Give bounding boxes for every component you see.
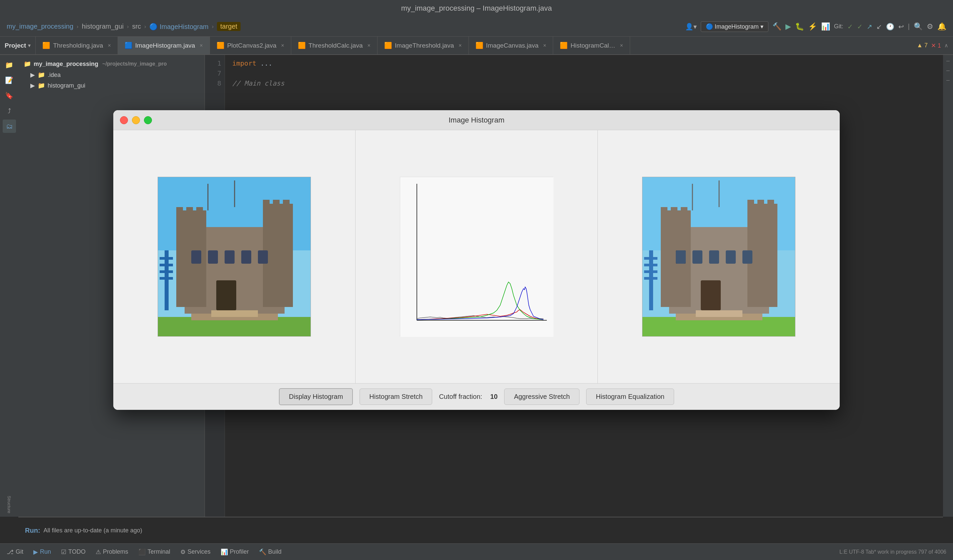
tabs-bar: Project ▾ 🟧 Thresholding.java × 🟦 ImageH…	[0, 37, 953, 55]
title-bar: my_image_processing – ImageHistogram.jav…	[0, 0, 953, 17]
svg-rect-36	[661, 207, 667, 214]
svg-rect-11	[273, 200, 279, 206]
modal-content	[113, 130, 840, 383]
tab-histogramcal[interactable]: 🟧 HistogramCal… ×	[553, 37, 630, 54]
castle-image-svg	[158, 177, 311, 337]
build-btn[interactable]: 🔨	[772, 22, 781, 31]
tab-imagethreshold[interactable]: 🟧 ImageThreshold.java ×	[377, 37, 469, 54]
histogram-stretch-button[interactable]: Histogram Stretch	[360, 388, 432, 405]
svg-rect-41	[767, 200, 774, 206]
cutoff-label: Cutoff fraction:	[439, 393, 482, 401]
run-btn[interactable]: ▶	[785, 22, 791, 31]
terminal-icon: ⬛	[138, 548, 146, 556]
aggressive-stretch-button[interactable]: Aggressive Stretch	[504, 388, 579, 405]
nav-bar: my_image_processing › histogram_gui › sr…	[0, 17, 953, 37]
svg-rect-16	[241, 251, 251, 264]
svg-rect-45	[709, 251, 719, 264]
status-build[interactable]: 🔨 Build	[259, 548, 282, 556]
left-sidebar: 📁 📝 🔖 ⤴ 🗂 Structure	[0, 55, 18, 517]
svg-rect-23	[160, 264, 173, 266]
debug-btn[interactable]: 🐛	[795, 22, 804, 31]
modal-window: Image Histogram	[113, 110, 840, 410]
svg-rect-24	[160, 270, 173, 273]
nav-project[interactable]: my_image_processing	[7, 23, 73, 30]
sidebar-icon-pullrequest[interactable]: ⤴	[3, 104, 16, 118]
svg-rect-10	[263, 200, 270, 206]
status-services[interactable]: ⚙ Services	[180, 548, 211, 556]
svg-rect-37	[671, 207, 677, 214]
sidebar-icon-structure[interactable]: 🗂	[3, 119, 16, 133]
maximize-button[interactable]	[144, 116, 152, 124]
svg-rect-15	[225, 251, 234, 264]
svg-rect-56	[696, 310, 742, 317]
svg-rect-44	[692, 251, 702, 264]
sidebar-icon-project[interactable]: 📁	[3, 58, 16, 71]
original-image	[158, 177, 311, 337]
status-right-info: L:E UTF-8 Tab* work in progress 797 of 4…	[840, 549, 946, 555]
svg-rect-52	[644, 257, 657, 260]
scroll-up-btn[interactable]: ∧	[944, 42, 948, 49]
status-problems[interactable]: ⚠ Problems	[96, 548, 128, 556]
svg-rect-25	[160, 277, 173, 280]
svg-rect-40	[757, 200, 764, 206]
svg-rect-48	[701, 280, 721, 310]
undo-btn[interactable]: ↩	[898, 23, 904, 31]
status-terminal[interactable]: ⬛ Terminal	[138, 548, 170, 556]
tab-imagehistogram[interactable]: 🟦 ImageHistogram.java ×	[118, 37, 210, 54]
error-count: ✕ 1	[931, 42, 941, 49]
rp-icon-3: ─	[944, 76, 952, 85]
display-histogram-button[interactable]: Display Histogram	[279, 388, 353, 405]
histogram-equalization-button[interactable]: Histogram Equalization	[586, 388, 674, 405]
svg-rect-38	[681, 207, 688, 214]
project-panel-header[interactable]: Project ▾	[0, 37, 36, 54]
status-git[interactable]: ⎇ Git	[7, 548, 23, 556]
tab-plotcanvas2[interactable]: 🟧 PlotCanvas2.java ×	[210, 37, 291, 54]
run-icon: ▶	[33, 548, 38, 556]
notification-icon[interactable]: 🔔	[937, 22, 946, 31]
processed-image	[642, 177, 795, 337]
svg-rect-17	[258, 251, 268, 264]
project-header: 📁 my_image_processing ~/projects/my_imag…	[18, 58, 205, 70]
minimize-button[interactable]	[132, 116, 140, 124]
svg-rect-13	[191, 251, 201, 264]
svg-rect-53	[644, 264, 657, 266]
status-todo[interactable]: ☑ TODO	[61, 548, 85, 556]
modal-titlebar: Image Histogram	[113, 110, 840, 130]
rp-icon-1: ─	[944, 57, 952, 65]
build-icon: 🔨	[259, 548, 266, 556]
svg-rect-18	[216, 280, 236, 310]
run-label: Run:	[25, 527, 40, 534]
search-btn[interactable]: 🔍	[914, 22, 923, 31]
profile-btn[interactable]: 📊	[821, 22, 830, 31]
profiler-icon: 📊	[220, 548, 228, 556]
modal-title: Image Histogram	[449, 116, 504, 125]
right-panel: ─ ─ ─	[943, 55, 953, 517]
svg-rect-26	[211, 310, 258, 317]
warning-count: ▲ 7	[917, 42, 928, 49]
settings-icon[interactable]: ⚙	[927, 22, 933, 31]
cutoff-value: 10	[490, 393, 498, 401]
coverage-btn[interactable]: ⚡	[808, 22, 817, 31]
window-title: my_image_processing – ImageHistogram.jav…	[401, 4, 552, 12]
traffic-lights	[120, 116, 152, 124]
status-profiler[interactable]: 📊 Profiler	[220, 548, 249, 556]
code-line-7	[232, 68, 936, 78]
code-line-8: // Main class	[232, 78, 936, 88]
sidebar-icon-commit[interactable]: 📝	[3, 74, 16, 87]
tree-item-idea[interactable]: ▶ 📁 .idea	[18, 70, 205, 80]
close-button[interactable]	[120, 116, 128, 124]
svg-rect-39	[747, 200, 754, 206]
run-config[interactable]: 🔵 ImageHistogram ▾	[701, 21, 768, 32]
status-run[interactable]: ▶ Run	[33, 548, 51, 556]
svg-rect-43	[676, 251, 686, 264]
tab-thresholdcalc[interactable]: 🟧 ThresholdCalc.java ×	[291, 37, 377, 54]
nav-src: src	[132, 23, 141, 30]
nav-target: target	[217, 22, 241, 31]
tab-thresholding[interactable]: 🟧 Thresholding.java ×	[36, 37, 118, 54]
svg-rect-9	[196, 207, 203, 214]
svg-rect-22	[160, 257, 173, 260]
sidebar-icon-bookmark[interactable]: 🔖	[3, 89, 16, 102]
tree-item-histgui[interactable]: ▶ 📁 histogram_gui	[18, 80, 205, 91]
tab-imagecanvas[interactable]: 🟧 ImageCanvas.java ×	[469, 37, 554, 54]
castle-processed-svg	[643, 177, 795, 337]
